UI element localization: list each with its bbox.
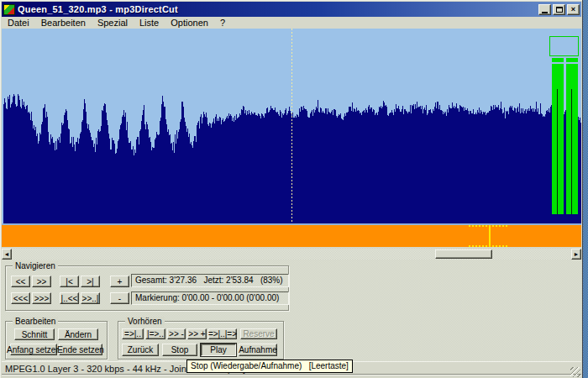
menu-spezial[interactable]: Spezial xyxy=(92,17,134,29)
level-meter-cap-left xyxy=(552,58,564,62)
zoom-in-button[interactable]: + xyxy=(110,276,129,287)
close-button[interactable]: × xyxy=(567,4,580,15)
file-position-bar[interactable] xyxy=(2,225,581,247)
preview-cut-button[interactable]: =>|..|=> xyxy=(208,328,237,339)
level-meter-bar-right xyxy=(566,64,578,214)
set-start-button[interactable]: Anfang setzen xyxy=(10,344,57,355)
reserve-button: Reserve xyxy=(240,328,277,339)
nav-end-button[interactable]: >| xyxy=(81,276,100,287)
arrow-right-icon: ► xyxy=(574,251,580,257)
menu-optionen[interactable]: Optionen xyxy=(165,17,214,29)
meter-center-line xyxy=(571,89,572,214)
horizontal-scrollbar[interactable]: ◄ ► xyxy=(2,249,581,260)
nav-mark-end-button[interactable]: >>..| xyxy=(81,292,100,304)
preview-from-start-button[interactable]: |=>.. xyxy=(145,328,165,339)
preview-to-start-button[interactable]: =>|.. xyxy=(122,328,144,339)
app-window: Queen_51_320.mp3 - mp3DirectCut × Datei … xyxy=(0,0,583,378)
scroll-left-button[interactable]: ◄ xyxy=(2,249,12,260)
set-end-button[interactable]: Ende setzen xyxy=(59,344,102,355)
scrollbar-thumb[interactable] xyxy=(435,249,492,259)
group-navigieren: Navigieren << >> |< >| + <<< >>> |..<< >… xyxy=(5,265,289,311)
title-bar[interactable]: Queen_51_320.mp3 - mp3DirectCut × xyxy=(2,2,581,17)
group-bearbeiten: Bearbeiten Schnitt Ändern Anfang setzen … xyxy=(5,321,108,360)
level-meter-bar-left xyxy=(552,64,564,214)
level-meter-cap-right xyxy=(566,58,578,62)
app-icon xyxy=(3,4,15,15)
maximize-button[interactable] xyxy=(553,4,565,15)
preview-minus-button[interactable]: >> - xyxy=(167,328,186,339)
record-button[interactable]: Aufnahme xyxy=(239,344,277,356)
maximize-icon xyxy=(556,7,563,13)
stop-button[interactable]: Stop xyxy=(162,344,197,356)
nav-back-fast-button[interactable]: <<< xyxy=(11,292,30,304)
meter-center-line xyxy=(557,89,558,214)
control-panel: Navigieren << >> |< >| + <<< >>> |..<< >… xyxy=(2,260,581,361)
play-position-cursor[interactable] xyxy=(489,225,491,247)
level-meter-peak-box xyxy=(549,36,579,56)
waveform-canvas[interactable] xyxy=(2,29,581,223)
group-vorhoeren-label: Vorhören xyxy=(125,317,165,326)
menu-help[interactable]: ? xyxy=(214,17,231,29)
nav-start-button[interactable]: |< xyxy=(60,276,79,287)
cut-button[interactable]: Schnitt xyxy=(14,328,55,340)
scroll-right-button[interactable]: ► xyxy=(571,249,581,260)
status-divider xyxy=(2,374,581,375)
waveform-view[interactable] xyxy=(2,29,581,223)
nav-forward-button[interactable]: >> xyxy=(32,276,51,287)
group-bearbeiten-label: Bearbeiten xyxy=(13,317,58,326)
marker-info-field: Markierung: 0'00.00 - 0'00.00 (0'00.00) xyxy=(131,291,289,305)
arrow-left-icon: ◄ xyxy=(4,251,10,257)
resize-grip-icon[interactable] xyxy=(570,367,580,377)
minimize-icon xyxy=(542,12,548,13)
change-button[interactable]: Ändern xyxy=(58,328,98,340)
rewind-button[interactable]: Zurück xyxy=(122,344,159,356)
nav-back-button[interactable]: << xyxy=(11,276,30,287)
preview-plus-button[interactable]: >> + xyxy=(187,328,207,339)
menu-bar: Datei Bearbeiten Spezial Liste Optionen … xyxy=(2,17,581,29)
time-info-field: Gesamt: 3'27.36 Jetzt: 2'53.84 (83%) xyxy=(131,274,289,287)
menu-datei[interactable]: Datei xyxy=(2,17,35,29)
nav-forward-fast-button[interactable]: >>> xyxy=(32,292,51,304)
menu-liste[interactable]: Liste xyxy=(134,17,165,29)
minimize-button[interactable] xyxy=(538,4,551,15)
group-vorhoeren: Vorhören =>|.. |=>.. >> - >> + =>|..|=> … xyxy=(118,321,284,360)
nav-mark-start-button[interactable]: |..<< xyxy=(60,292,79,304)
zoom-out-button[interactable]: - xyxy=(110,292,129,304)
tooltip: Stop (Wiedergabe/Aufnahme) [Leertaste] xyxy=(186,360,353,373)
window-title: Queen_51_320.mp3 - mp3DirectCut xyxy=(18,4,538,14)
menu-bearbeiten[interactable]: Bearbeiten xyxy=(35,17,92,29)
group-navigieren-label: Navigieren xyxy=(13,261,58,270)
play-button[interactable]: Play xyxy=(201,344,236,356)
close-icon: × xyxy=(571,5,575,13)
